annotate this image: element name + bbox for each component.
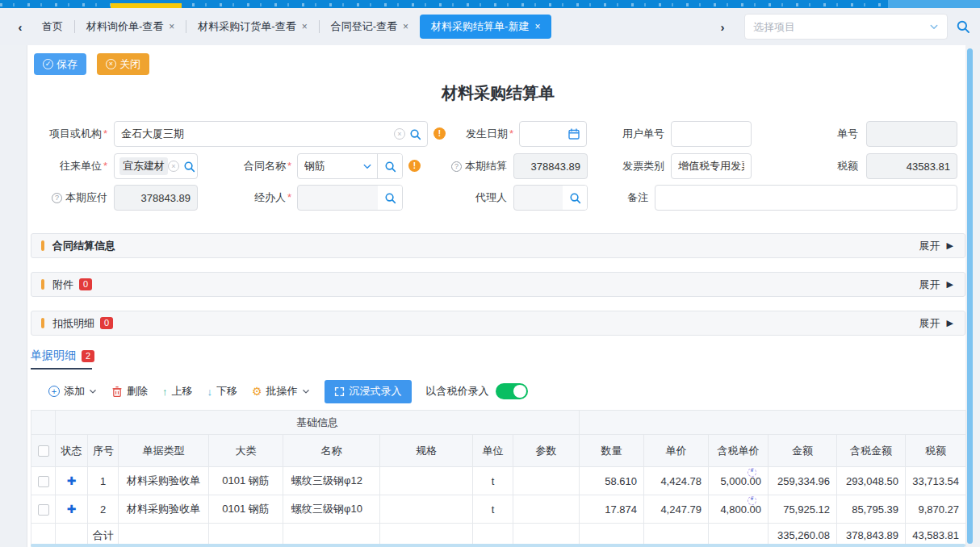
contract-field[interactable] <box>297 153 403 179</box>
tabs-scroll-right-icon[interactable]: › <box>712 20 733 34</box>
vendor-label: 往来单位* <box>24 153 107 179</box>
expand-arrow-icon[interactable]: ▶ <box>947 318 953 328</box>
current-payable-field <box>114 185 198 211</box>
tab-material-inquiry[interactable]: 材料询价单-查看 × <box>75 15 186 39</box>
active-tab-underline <box>31 368 92 370</box>
add-button[interactable]: + 添加 <box>48 384 97 399</box>
calendar-icon[interactable] <box>567 127 580 140</box>
expand-button[interactable]: 展开 <box>919 316 940 331</box>
info-icon[interactable]: ! <box>433 127 446 140</box>
close-icon[interactable]: × <box>302 21 308 32</box>
tab-settlement-new-active[interactable]: 材料采购结算单-新建 × <box>420 15 551 39</box>
row-checkbox[interactable] <box>38 504 49 516</box>
arrow-up-icon: ↑ <box>162 386 168 398</box>
move-up-button[interactable]: ↑ 上移 <box>162 384 193 399</box>
expand-button[interactable]: 展开 <box>919 239 940 253</box>
row-checkbox[interactable] <box>38 476 49 487</box>
edited-cell-marker-icon: * <box>748 468 756 477</box>
project-select-input[interactable] <box>753 21 929 33</box>
invoice-type-label: 发票类别 <box>608 153 664 179</box>
chevron-down-icon[interactable] <box>362 161 372 171</box>
date-label: 发生日期* <box>450 121 513 147</box>
date-input[interactable] <box>520 128 567 140</box>
immersive-entry-button[interactable]: 沉浸式录入 <box>325 380 412 403</box>
tax-field <box>866 153 957 179</box>
close-icon[interactable]: × <box>403 21 408 32</box>
close-icon[interactable]: × <box>534 21 540 32</box>
section-contract-settle-info[interactable]: 合同结算信息 展开 ▶ <box>31 233 965 258</box>
handler-input[interactable] <box>298 192 378 204</box>
global-search-icon[interactable] <box>956 19 970 34</box>
chevron-down-icon <box>89 387 97 395</box>
doc-no-label: 单号 <box>795 121 858 147</box>
section-attachments[interactable]: 附件 0 展开 ▶ <box>31 272 965 297</box>
section-deduction-detail[interactable]: 扣抵明细 0 展开 ▶ <box>31 311 965 336</box>
chevron-down-icon[interactable] <box>929 22 939 31</box>
project-input[interactable] <box>115 128 394 140</box>
user-no-field[interactable] <box>671 121 752 147</box>
tab-contract-register[interactable]: 合同登记-查看 × <box>320 15 420 39</box>
group-header-basic-info: 基础信息 <box>56 411 580 435</box>
delete-button[interactable]: 删除 <box>111 384 148 399</box>
section-marker <box>41 240 44 251</box>
move-down-button[interactable]: ↓ 下移 <box>207 384 238 399</box>
search-icon[interactable] <box>384 192 396 204</box>
save-button[interactable]: ✓ 保存 <box>34 53 86 75</box>
tab-home[interactable]: 首页 <box>31 15 74 39</box>
expand-arrow-icon[interactable]: ▶ <box>947 240 953 251</box>
close-icon[interactable]: × <box>169 21 174 32</box>
gear-icon: ⚙ <box>252 385 262 398</box>
count-badge: 0 <box>79 278 92 290</box>
add-row-icon[interactable]: ✚ <box>67 503 77 516</box>
section-marker <box>41 318 44 328</box>
invoice-type-input[interactable] <box>672 161 751 173</box>
help-icon[interactable]: ? <box>52 193 62 203</box>
batch-operation-button[interactable]: ⚙ 批操作 <box>252 384 310 399</box>
vertical-scrollbar[interactable] <box>967 48 973 544</box>
agent-label: 代理人 <box>426 185 507 211</box>
current-payable-input <box>115 192 197 204</box>
table-row: ✚ 1 材料采购验收单 0101 钢筋 螺纹三级钢φ12 t 58.610 4,… <box>31 467 966 495</box>
horizontal-scrollbar[interactable] <box>31 544 965 547</box>
date-field[interactable] <box>519 121 587 147</box>
remark-input[interactable] <box>655 192 957 204</box>
top-menu-bar <box>0 0 980 8</box>
remark-field[interactable] <box>655 185 957 211</box>
contract-search-zone[interactable] <box>378 154 402 178</box>
search-icon[interactable] <box>569 192 581 204</box>
user-no-input[interactable] <box>672 128 751 140</box>
invoice-type-field[interactable] <box>671 153 752 179</box>
search-icon[interactable] <box>409 128 421 140</box>
column-header-row: 状态 序号 单据类型 大类 名称 规格 单位 参数 数量 单价 含税单价 金额 … <box>31 435 966 467</box>
search-icon[interactable] <box>384 161 396 173</box>
handler-field[interactable] <box>297 185 403 211</box>
vendor-field[interactable]: 宜东建材 × <box>114 153 198 179</box>
edited-cell-marker-icon: * <box>748 496 756 505</box>
current-settle-input <box>514 161 587 173</box>
handler-search-zone[interactable] <box>378 186 402 210</box>
project-select[interactable] <box>744 14 948 40</box>
project-field[interactable]: × <box>114 121 428 147</box>
close-button[interactable]: × 关闭 <box>97 53 149 75</box>
expand-button[interactable]: 展开 <box>919 278 940 292</box>
info-icon[interactable]: ! <box>408 160 421 172</box>
group-header-row: 基础信息 <box>31 411 966 435</box>
agent-input[interactable] <box>514 192 563 204</box>
agent-search-zone[interactable] <box>563 186 587 210</box>
search-icon[interactable] <box>183 161 195 173</box>
expand-arrow-icon[interactable]: ▶ <box>947 279 953 290</box>
clear-icon[interactable]: × <box>168 161 179 172</box>
select-all-cell <box>31 435 56 467</box>
tabs-scroll-left-icon[interactable]: ‹ <box>10 20 31 34</box>
contract-input[interactable] <box>298 161 342 173</box>
required-asterisk: * <box>287 191 291 203</box>
tab-detail-lines[interactable]: 单据明细 2 <box>31 349 94 363</box>
agent-field[interactable] <box>513 185 588 211</box>
tab-purchase-order[interactable]: 材料采购订货单-查看 × <box>186 15 318 39</box>
add-row-icon[interactable]: ✚ <box>67 474 77 487</box>
select-all-checkbox[interactable] <box>38 445 49 457</box>
chevron-down-icon <box>302 387 310 395</box>
help-icon[interactable]: ? <box>451 161 462 172</box>
tax-price-toggle[interactable] <box>496 383 528 399</box>
clear-icon[interactable]: × <box>394 128 405 140</box>
